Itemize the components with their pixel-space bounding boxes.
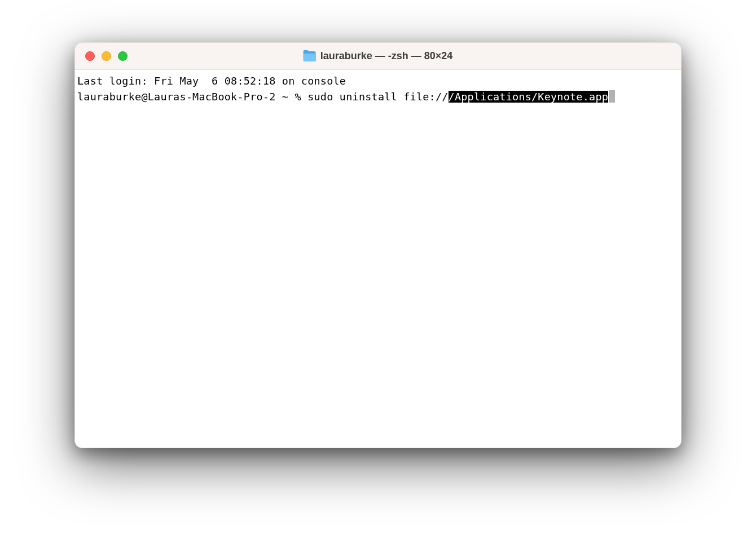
last-login-line: Last login: Fri May 6 08:52:18 on consol…: [77, 75, 346, 87]
shell-prompt: lauraburke@Lauras-MacBook-Pro-2 ~ %: [77, 91, 307, 103]
terminal-body[interactable]: Last login: Fri May 6 08:52:18 on consol…: [75, 70, 681, 448]
minimize-button[interactable]: [102, 51, 111, 61]
close-button[interactable]: [85, 51, 95, 61]
text-cursor: [609, 90, 615, 103]
terminal-window: lauraburke — -zsh — 80×24 Last login: Fr…: [74, 42, 682, 448]
titlebar[interactable]: lauraburke — -zsh — 80×24: [75, 43, 681, 70]
home-folder-icon: [304, 51, 316, 61]
traffic-lights: [85, 51, 128, 61]
command-text: sudo uninstall file://: [307, 91, 448, 103]
window-title-text: lauraburke — -zsh — 80×24: [320, 50, 453, 62]
selected-path[interactable]: /Applications/Keynote.app: [449, 91, 608, 103]
zoom-button[interactable]: [118, 51, 128, 61]
command-line[interactable]: lauraburke@Lauras-MacBook-Pro-2 ~ % sudo…: [77, 91, 615, 103]
window-title: lauraburke — -zsh — 80×24: [304, 50, 453, 62]
